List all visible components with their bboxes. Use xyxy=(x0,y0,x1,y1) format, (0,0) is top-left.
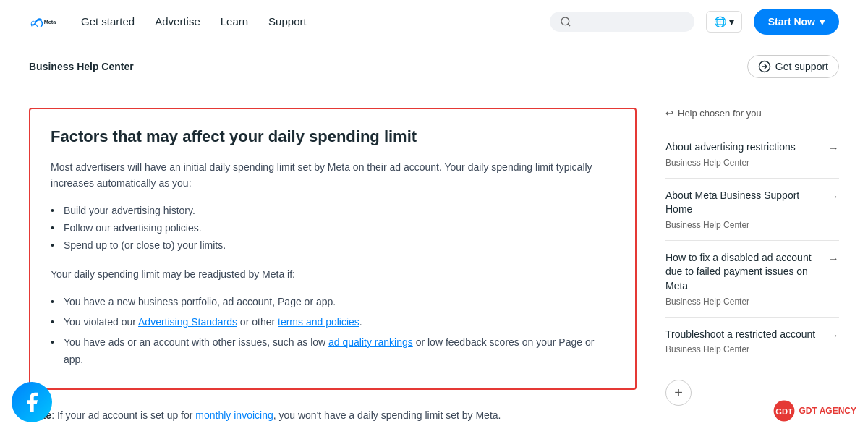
note-section: Note: If your ad account is set up for m… xyxy=(29,407,637,423)
sidebar-item-sub-2: Business Help Center xyxy=(665,297,819,307)
sidebar-item-content-1: About Meta Business Support Home Busines… xyxy=(665,189,819,230)
list-item-mid: or other xyxy=(237,316,278,328)
list-item-pre: You have ads or an account with other is… xyxy=(64,336,328,348)
navbar-left: Meta Get started Advertise Learn Support xyxy=(29,14,307,29)
svg-text:Meta: Meta xyxy=(44,19,56,25)
article-list-1: Build your advertising history. Follow o… xyxy=(51,203,615,254)
monthly-invoicing-link[interactable]: monthly invoicing xyxy=(195,409,273,421)
list-item: You have ads or an account with other is… xyxy=(51,334,615,369)
breadcrumb-bar: Business Help Center Get support xyxy=(0,43,868,90)
nav-learn[interactable]: Learn xyxy=(221,15,248,27)
note-text2: , you won't have a daily spending limit … xyxy=(273,409,501,421)
chevron-down-icon: ▾ xyxy=(729,16,734,27)
sidebar-item-3[interactable]: Troubleshoot a restricted account Busine… xyxy=(665,318,839,366)
sidebar-item-content-0: About advertising restrictions Business … xyxy=(665,140,819,168)
sidebar-item-sub-0: Business Help Center xyxy=(665,158,819,168)
svg-point-1 xyxy=(561,17,569,25)
list-item: You have a new business portfolio, ad ac… xyxy=(51,294,615,311)
chevron-down-icon-btn: ▾ xyxy=(820,16,825,27)
list-item-text: You have a new business portfolio, ad ac… xyxy=(64,296,336,307)
ad-quality-link[interactable]: ad quality rankings xyxy=(328,336,413,348)
language-selector[interactable]: 🌐 ▾ xyxy=(706,11,742,33)
get-support-button[interactable]: Get support xyxy=(747,55,839,78)
sidebar-item-sub-3: Business Help Center xyxy=(665,344,819,354)
sidebar-item-sub-1: Business Help Center xyxy=(665,220,819,230)
svg-line-2 xyxy=(568,24,570,26)
list-item: Follow our advertising policies. xyxy=(51,220,615,237)
list-item-post: . xyxy=(359,316,362,328)
sidebar-item-title-0: About advertising restrictions xyxy=(665,140,819,155)
content-area: Factors that may affect your daily spend… xyxy=(29,108,637,424)
article-title: Factors that may affect your daily spend… xyxy=(51,127,615,148)
sidebar-item-content-2: How to fix a disabled ad account due to … xyxy=(665,251,819,307)
list-item: Build your advertising history. xyxy=(51,203,615,220)
sidebar-item-title-3: Troubleshoot a restricted account xyxy=(665,328,819,342)
list-item: You violated our Advertising Standards o… xyxy=(51,314,615,331)
sidebar-item-0[interactable]: About advertising restrictions Business … xyxy=(665,130,839,179)
facebook-icon[interactable] xyxy=(12,382,52,422)
start-now-button[interactable]: Start Now ▾ xyxy=(754,9,839,35)
list-item: Spend up to (or close to) your limits. xyxy=(51,237,615,255)
sidebar-item-2[interactable]: How to fix a disabled ad account due to … xyxy=(665,241,839,318)
nav-advertise[interactable]: Advertise xyxy=(155,15,200,27)
navbar-right: 🌐 ▾ Start Now ▾ xyxy=(550,9,839,35)
terms-policies-link[interactable]: terms and policies xyxy=(278,316,359,328)
add-icon: + xyxy=(674,385,683,401)
arrow-circle-icon xyxy=(758,60,771,73)
main-layout: Factors that may affect your daily spend… xyxy=(0,90,868,434)
advertising-standards-link[interactable]: Advertising Standards xyxy=(138,316,237,328)
sidebar-item-content-3: Troubleshoot a restricted account Busine… xyxy=(665,328,819,355)
search-area[interactable] xyxy=(550,12,694,32)
add-button[interactable]: + xyxy=(665,380,692,406)
globe-icon: 🌐 xyxy=(714,16,726,27)
gdt-logo-icon: GDT xyxy=(773,399,796,422)
arrow-icon-1: → xyxy=(827,190,839,203)
arrow-icon-2: → xyxy=(827,252,839,265)
start-now-label: Start Now xyxy=(768,16,815,27)
get-support-label: Get support xyxy=(775,61,828,72)
sidebar-help-label: ↩ Help chosen for you xyxy=(665,108,839,119)
article-box: Factors that may affect your daily spend… xyxy=(29,108,637,390)
gdt-agency-badge: GDT GDT AGENCY xyxy=(773,399,856,422)
sidebar-item-title-1: About Meta Business Support Home xyxy=(665,189,819,217)
nav-support[interactable]: Support xyxy=(268,15,307,27)
arrow-icon-0: → xyxy=(827,142,839,155)
note-text: : If your ad account is set up for xyxy=(51,409,195,421)
sidebar: ↩ Help chosen for you About advertising … xyxy=(665,108,839,424)
arrow-icon-3: → xyxy=(827,329,839,342)
navbar: Meta Get started Advertise Learn Support… xyxy=(0,0,868,43)
sidebar-item-1[interactable]: About Meta Business Support Home Busines… xyxy=(665,179,839,241)
nav-links: Get started Advertise Learn Support xyxy=(81,15,307,27)
sidebar-help-text: Help chosen for you xyxy=(678,108,762,119)
article-subtext: Your daily spending limit may be readjus… xyxy=(51,266,615,282)
article-intro: Most advertisers will have an initial da… xyxy=(51,159,615,192)
search-icon xyxy=(560,16,571,27)
list-item-pre: You violated our xyxy=(64,316,138,328)
article-list-2: You have a new business portfolio, ad ac… xyxy=(51,294,615,368)
nav-get-started[interactable]: Get started xyxy=(81,15,135,27)
meta-logo[interactable]: Meta xyxy=(29,14,58,29)
svg-text:GDT: GDT xyxy=(776,407,793,416)
return-icon: ↩ xyxy=(665,108,673,119)
breadcrumb: Business Help Center xyxy=(29,61,134,72)
sidebar-item-title-2: How to fix a disabled ad account due to … xyxy=(665,251,819,294)
